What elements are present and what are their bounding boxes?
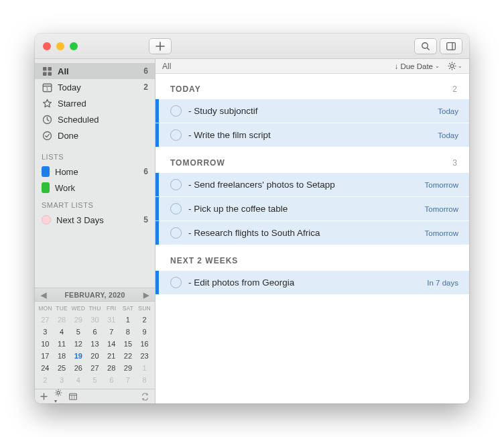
calendar-weekday: SUN [136,303,153,314]
sidebar-list-work[interactable]: Work [35,180,155,196]
calendar-day[interactable]: 29 [120,362,137,374]
settings-button[interactable]: ▾ [54,389,62,403]
calendar-day[interactable]: 26 [70,362,86,374]
calendar-day[interactable]: 27 [86,362,103,374]
calendar-day[interactable]: 17 [37,350,54,362]
calendar-weekday: MON [37,303,54,314]
calendar-day[interactable]: 8 [136,374,153,386]
sidebar-item-scheduled[interactable]: Scheduled [35,111,155,127]
task-row[interactable]: - Send freelancers' photos to SetappTomo… [155,173,469,197]
chevron-down-icon: ⌄ [458,63,462,69]
calendar-day[interactable]: 4 [70,374,86,386]
calendar-day[interactable]: 28 [54,314,70,326]
calendar-toggle-button[interactable] [69,393,77,400]
task-due: Today [438,131,458,139]
task-due: Today [438,107,458,115]
calendar-day[interactable]: 24 [37,362,54,374]
sidebar-item-label: Work [55,183,75,193]
app-window: All61Today2StarredScheduledDone LISTS Ho… [35,34,469,403]
calendar-day[interactable]: 2 [37,374,54,386]
calendar-day[interactable]: 29 [70,314,86,326]
calendar-day[interactable]: 27 [37,314,54,326]
calendar-day[interactable]: 13 [86,338,103,350]
task-title: - Research flights to South Africa [188,228,320,238]
calendar-day[interactable]: 14 [103,338,120,350]
calendar-day[interactable]: 5 [70,326,86,338]
task-title: - Write the film script [188,130,271,140]
calendar-day[interactable]: 7 [120,374,137,386]
calendar-day[interactable]: 19 [70,350,86,362]
calendar-day[interactable]: 1 [136,362,153,374]
calendar-day[interactable]: 23 [136,350,153,362]
task-checkbox[interactable] [170,203,182,214]
calendar-day[interactable]: 7 [103,326,120,338]
task-checkbox[interactable] [170,105,182,117]
sidebar-item-label: Scheduled [58,115,99,125]
filter-bar: All ↓ Due Date ⌄ ⌄ [155,59,469,74]
calendar-day[interactable]: 1 [120,314,137,326]
calendar-day[interactable]: 10 [37,338,54,350]
calendar-day[interactable]: 15 [120,338,137,350]
calendar-day[interactable]: 6 [86,326,103,338]
sidebar-item-label: Done [58,131,78,141]
calendar-weekday: THU [86,303,103,314]
sync-button[interactable] [141,393,149,401]
calendar-day[interactable]: 20 [86,350,103,362]
calendar-day[interactable]: 5 [86,374,103,386]
filter-scope[interactable]: All [162,62,171,71]
search-button[interactable] [414,38,437,54]
task-row[interactable]: - Write the film scriptToday [155,123,469,147]
calendar-day[interactable]: 3 [54,374,70,386]
calendar-day[interactable]: 16 [136,338,153,350]
task-row[interactable]: - Pick up the coffee tableTomorrow [155,197,469,221]
brightness-icon [448,62,456,70]
calendar-day[interactable]: 3 [37,326,54,338]
sidebar-list-home[interactable]: Home6 [35,164,155,180]
calendar-day[interactable]: 28 [103,362,120,374]
toggle-panel-button[interactable] [440,38,462,54]
calendar-day[interactable]: 4 [54,326,70,338]
main-panel: All ↓ Due Date ⌄ ⌄ TODAY2- Study subjonc… [155,59,469,403]
calendar-day[interactable]: 6 [103,374,120,386]
task-checkbox[interactable] [170,227,182,239]
task-checkbox[interactable] [170,129,182,141]
minimize-window-button[interactable] [56,42,64,50]
sidebar-item-all[interactable]: All6 [35,63,155,79]
sidebar-item-done[interactable]: Done [35,127,155,143]
task-row[interactable]: - Research flights to South AfricaTomorr… [155,221,469,245]
sidebar-smartlist[interactable]: Next 3 Days5 [35,212,155,228]
calendar-next-button[interactable]: ▶ [140,291,152,299]
calendar-day[interactable]: 21 [103,350,120,362]
calendar-day[interactable]: 30 [86,314,103,326]
calendar-day[interactable]: 12 [70,338,86,350]
calendar-day[interactable]: 22 [120,350,137,362]
sidebar-item-starred[interactable]: Starred [35,95,155,111]
task-checkbox[interactable] [170,179,182,190]
sidebar-item-today[interactable]: 1Today2 [35,79,155,95]
brightness-menu[interactable]: ⌄ [448,62,462,70]
svg-point-17 [450,64,454,68]
zoom-window-button[interactable] [70,42,78,50]
calendar-prev-button[interactable]: ◀ [38,291,50,299]
calendar-day[interactable]: 25 [54,362,70,374]
task-due: In 7 days [427,279,458,287]
task-row[interactable]: - Study subjonctifToday [155,99,469,123]
calendar-day[interactable]: 18 [54,350,70,362]
calendar-icon: 1 [42,82,52,92]
calendar-day[interactable]: 8 [120,326,137,338]
task-row[interactable]: - Edit photos from GeorgiaIn 7 days [155,271,469,295]
titlebar [35,34,469,59]
calendar-day[interactable]: 2 [136,314,153,326]
section-title: TOMORROW [170,158,225,168]
calendar-weekday: SAT [120,303,137,314]
add-list-button[interactable] [40,393,48,400]
svg-line-25 [450,68,450,69]
calendar-day[interactable]: 11 [54,338,70,350]
add-task-button[interactable] [149,38,172,54]
task-checkbox[interactable] [170,277,182,288]
close-window-button[interactable] [43,42,51,50]
sort-menu[interactable]: ↓ Due Date ⌄ [392,61,442,72]
calendar-grid: MONTUEWEDTHUFRISATSUN2728293031123456789… [35,302,155,389]
calendar-day[interactable]: 9 [136,326,153,338]
calendar-day[interactable]: 31 [103,314,120,326]
